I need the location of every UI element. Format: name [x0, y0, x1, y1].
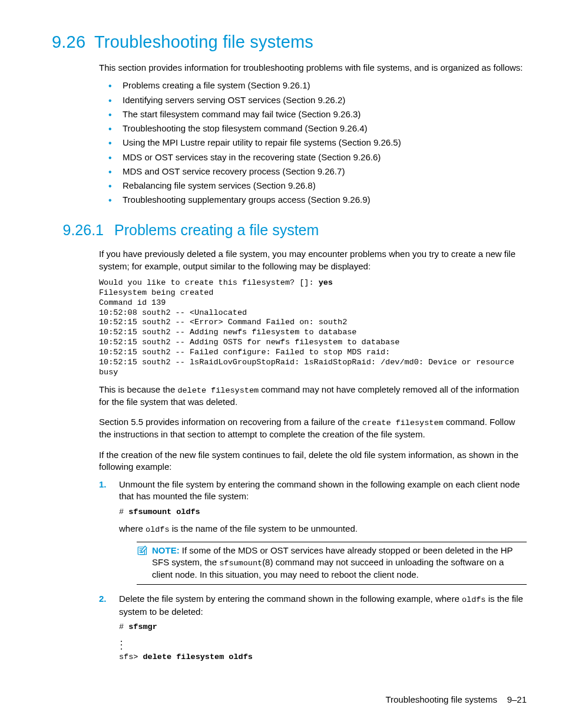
toc-item: MDS or OST services stay in the recoveri…: [99, 151, 527, 163]
code-block: Would you like to create this filesystem…: [99, 278, 527, 378]
code-input: sfsmgr: [128, 622, 157, 631]
toc-item: Using the MPI Lustre repair utility to r…: [99, 137, 527, 149]
subsection-para: If the creation of the new file system c…: [99, 449, 527, 473]
text: Delete the file system by entering the c…: [119, 594, 462, 604]
inline-code: sfsumount: [219, 559, 262, 568]
code-prompt: #: [119, 622, 128, 631]
inline-code: oldfs: [462, 595, 486, 604]
steps-list: Unmount the file system by entering the …: [99, 479, 527, 663]
toc-item: Problems creating a file system (Section…: [99, 80, 527, 91]
page: 9.26Troubleshooting file systems This se…: [0, 0, 562, 728]
code-prompt: #: [119, 508, 128, 516]
section-intro: This section provides information for tr…: [99, 62, 527, 74]
step-text: Delete the file system by entering the c…: [119, 594, 523, 616]
toc-item: The start filesystem command may fail tw…: [99, 108, 527, 120]
section-number: 9.26: [52, 31, 94, 54]
section-body: This section provides information for tr…: [99, 62, 527, 206]
text: Section 5.5 provides information on reco…: [99, 417, 362, 427]
toc-item: Troubleshooting supplementary groups acc…: [99, 194, 527, 206]
note-box: NOTE: If some of the MDS or OST services…: [137, 542, 527, 585]
inline-code: oldfs: [146, 525, 170, 534]
step-text: Unmount the file system by entering the …: [119, 479, 520, 501]
inline-code: delete filesystem: [177, 386, 259, 395]
code-text: Filesystem being created Command id 139 …: [99, 288, 519, 377]
toc-item: Rebalancing file system services (Sectio…: [99, 180, 527, 192]
step-item: Delete the file system by entering the c…: [99, 593, 527, 662]
subsection-para: If you have previously deleted a file sy…: [99, 248, 527, 272]
text: where: [119, 523, 146, 533]
section-title-text: Troubleshooting file systems: [94, 32, 313, 51]
footer-text: Troubleshooting file systems: [385, 694, 497, 704]
step-item: Unmount the file system by entering the …: [99, 479, 527, 585]
page-number: 9–21: [507, 694, 527, 704]
subsection-title-text: Problems creating a file system: [114, 222, 319, 238]
code-block: # sfsmgr: [119, 622, 527, 633]
toc-item: Troubleshooting the stop filesystem comm…: [99, 123, 527, 134]
text: This is because the: [99, 384, 177, 394]
toc-item: Identifying servers serving OST services…: [99, 94, 527, 106]
text: is the name of the file system to be unm…: [170, 523, 358, 533]
subsection-para: This is because the delete filesystem co…: [99, 384, 527, 408]
subsection-body: If you have previously deleted a file sy…: [99, 248, 527, 662]
subsection-para: Section 5.5 provides information on reco…: [99, 416, 527, 440]
subsection-number: 9.26.1: [52, 220, 114, 241]
code-text: Would you like to create this filesystem…: [99, 278, 319, 287]
note-icon: [137, 545, 152, 581]
code-block: # sfsumount oldfs: [119, 508, 527, 518]
code-input: yes: [319, 278, 333, 287]
code-input: sfsumount oldfs: [128, 508, 200, 516]
subsection-heading: 9.26.1Problems creating a file system: [52, 220, 527, 241]
vertical-ellipsis-icon: ...: [119, 638, 527, 650]
page-footer: Troubleshooting file systems 9–21: [385, 694, 527, 706]
toc-item: MDS and OST service recovery process (Se…: [99, 166, 527, 177]
code-block: sfs> delete filesystem oldfs: [119, 653, 527, 663]
step-note: where oldfs is the name of the file syst…: [119, 523, 527, 535]
note-body: NOTE: If some of the MDS or OST services…: [152, 545, 527, 581]
section-heading: 9.26Troubleshooting file systems: [52, 31, 527, 54]
inline-code: create filesystem: [362, 419, 444, 427]
toc-list: Problems creating a file system (Section…: [99, 80, 527, 206]
code-input: delete filesystem oldfs: [143, 653, 253, 661]
note-label: NOTE:: [152, 545, 180, 555]
code-prompt: sfs>: [119, 653, 143, 661]
